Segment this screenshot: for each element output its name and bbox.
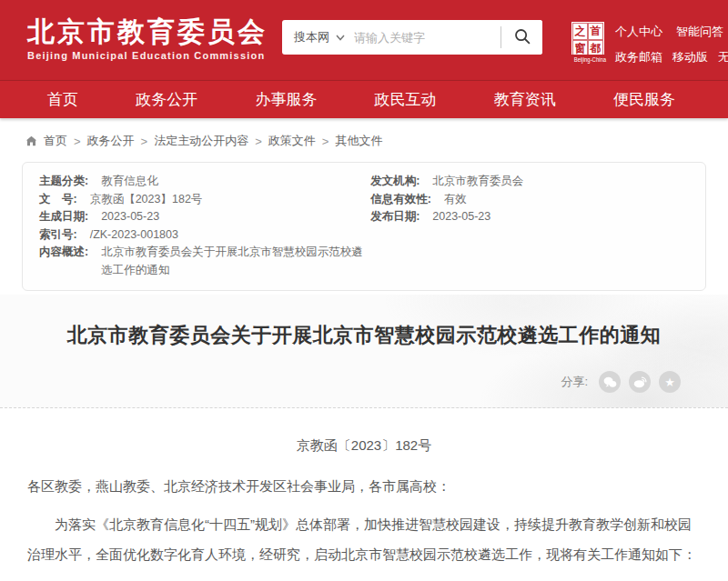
- meta-label: 信息有效性:: [370, 191, 431, 209]
- site-title: 北京市教育委员会: [27, 16, 268, 47]
- seal-icon: 之 首 窗 都: [571, 22, 604, 55]
- breadcrumb-separator: >: [141, 135, 148, 148]
- nav-item-convenience[interactable]: 便民服务: [613, 89, 675, 110]
- meta-value: 京教函【2023】182号: [90, 191, 203, 209]
- meta-row-summary: 内容概述: 北京市教育委员会关于开展北京市智慧校园示范校遴选工作的通知: [39, 244, 370, 279]
- meta-value: /ZK-2023-001803: [90, 226, 178, 245]
- link-mobile-version[interactable]: 移动版: [672, 49, 708, 65]
- search-button[interactable]: [501, 20, 542, 55]
- document-paragraph: 为落实《北京教育信息化“十四五”规划》总体部署，加快推进智慧校园建设，持续提升教…: [27, 509, 701, 569]
- site-header: 北京市教育委员会 Beijing Municipal Education Com…: [0, 0, 728, 80]
- meta-value: 北京市教育委员会关于开展北京市智慧校园示范校遴选工作的通知: [101, 244, 370, 279]
- breadcrumb-gov-affairs[interactable]: 政务公开: [87, 133, 135, 149]
- star-icon: ★: [664, 376, 675, 388]
- seal-caption: Beijing-China: [574, 56, 602, 63]
- meta-value: 北京市教育委员会: [432, 173, 523, 191]
- meta-row-validity: 信息有效性: 有效: [370, 191, 689, 209]
- main-nav: 首页 政务公开 办事服务 政民互动 教育资讯 便民服务: [0, 80, 728, 118]
- search-scope-dropdown[interactable]: 搜本网: [282, 29, 354, 45]
- meta-label: 主题分类:: [39, 173, 88, 191]
- nav-item-gov-affairs[interactable]: 政务公开: [136, 89, 197, 110]
- meta-column-right: 发文机构: 北京市教育委员会 信息有效性: 有效 发布日期: 2023-05-2…: [370, 173, 689, 279]
- link-smart-qa[interactable]: 智能问答: [676, 24, 723, 40]
- breadcrumb-separator: >: [322, 135, 329, 148]
- breadcrumb: 首页 > 政务公开 > 法定主动公开内容 > 政策文件 > 其他文件: [0, 118, 728, 160]
- search-scope-label: 搜本网: [294, 29, 329, 45]
- share-wechat-button[interactable]: [599, 371, 621, 393]
- document-meta-box: 主题分类: 教育信息化 文 号: 京教函【2023】182号 生成日期: 202…: [22, 162, 706, 291]
- seal-char: 都: [588, 40, 603, 57]
- meta-row-created-date: 生成日期: 2023-05-23: [39, 208, 370, 226]
- nav-item-home[interactable]: 首页: [47, 89, 78, 110]
- capital-window-logo[interactable]: 之 首 窗 都 Beijing-China: [571, 22, 605, 63]
- meta-row-issuing-agency: 发文机构: 北京市教育委员会: [370, 173, 689, 191]
- search-icon: [513, 27, 531, 48]
- seal-char: 窗: [572, 40, 588, 57]
- wechat-icon: [603, 376, 617, 388]
- site-subtitle: Beijing Municipal Education Commission: [27, 50, 268, 61]
- meta-row-index-number: 索引号: /ZK-2023-001803: [39, 226, 370, 245]
- seal-char: 之: [572, 23, 588, 40]
- share-favorite-button[interactable]: ★: [659, 371, 681, 393]
- nav-item-education-news[interactable]: 教育资讯: [494, 89, 556, 110]
- breadcrumb-statutory-disclosure[interactable]: 法定主动公开内容: [154, 133, 248, 149]
- home-icon: [25, 135, 37, 146]
- breadcrumb-home[interactable]: 首页: [44, 133, 67, 149]
- article-title-section: 北京市教育委员会关于开展北京市智慧校园示范校遴选工作的通知 分享: ★: [0, 295, 728, 408]
- breadcrumb-other-documents[interactable]: 其他文件: [335, 133, 382, 149]
- chevron-down-icon: [336, 35, 345, 41]
- breadcrumb-policy-documents[interactable]: 政策文件: [268, 133, 316, 149]
- nav-item-interaction[interactable]: 政民互动: [375, 89, 437, 110]
- search-input[interactable]: [354, 31, 500, 45]
- meta-row-doc-number: 文 号: 京教函【2023】182号: [39, 191, 370, 209]
- meta-column-left: 主题分类: 教育信息化 文 号: 京教函【2023】182号 生成日期: 202…: [39, 173, 370, 279]
- link-personal-center[interactable]: 个人中心: [615, 24, 662, 40]
- meta-value: 教育信息化: [101, 173, 158, 191]
- meta-label: 生成日期:: [39, 208, 88, 226]
- meta-label: 内容概述:: [39, 244, 88, 262]
- link-accessibility[interactable]: 无障碍: [718, 49, 728, 65]
- seal-char: 首: [588, 23, 603, 40]
- share-label: 分享:: [561, 374, 588, 390]
- document-body: 京教函〔2023〕182号 各区教委，燕山教委、北京经济技术开发区社会事业局，各…: [0, 408, 728, 581]
- header-quick-links: 个人中心 智能问答 政务邮箱 移动版 无障碍: [615, 24, 728, 65]
- meta-value: 2023-05-23: [432, 208, 490, 226]
- meta-value: 有效: [444, 191, 467, 209]
- breadcrumb-separator: >: [255, 135, 262, 148]
- page-title: 北京市教育委员会关于开展北京市智慧校园示范校遴选工作的通知: [36, 322, 692, 349]
- meta-value: 2023-05-23: [101, 208, 159, 226]
- share-row: 分享: ★: [36, 371, 692, 393]
- meta-label: 发文机构:: [370, 173, 420, 191]
- share-weibo-button[interactable]: [629, 371, 651, 393]
- document-number: 京教函〔2023〕182号: [27, 437, 701, 455]
- meta-label: 文 号:: [39, 191, 77, 209]
- meta-label: 发布日期:: [370, 208, 420, 226]
- breadcrumb-separator: >: [74, 135, 81, 148]
- nav-item-services[interactable]: 办事服务: [255, 89, 317, 110]
- link-gov-mail[interactable]: 政务邮箱: [615, 49, 662, 65]
- search-bar: 搜本网: [282, 20, 542, 55]
- site-logo[interactable]: 北京市教育委员会 Beijing Municipal Education Com…: [27, 16, 268, 61]
- meta-row-topic: 主题分类: 教育信息化: [39, 173, 370, 191]
- meta-label: 索引号:: [39, 226, 77, 245]
- document-salutation: 各区教委，燕山教委、北京经济技术开发区社会事业局，各市属高校：: [27, 473, 701, 500]
- meta-row-publish-date: 发布日期: 2023-05-23: [370, 208, 689, 226]
- weibo-icon: [633, 376, 647, 388]
